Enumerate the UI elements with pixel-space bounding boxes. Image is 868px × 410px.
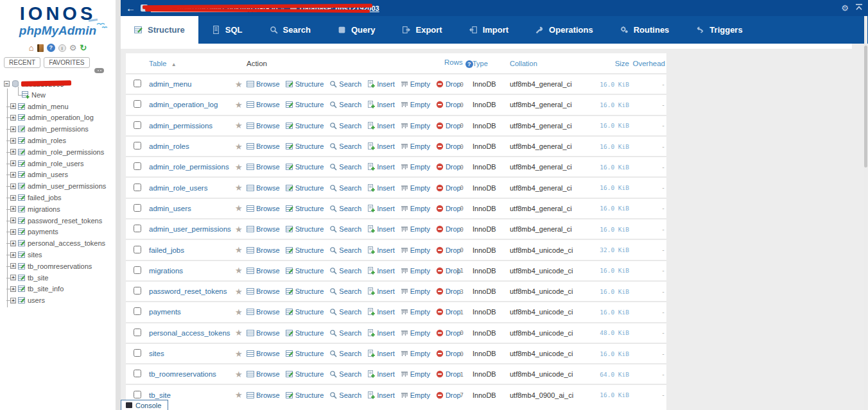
back-arrow-icon[interactable]: ← <box>126 3 135 13</box>
vertical-scrollbar[interactable] <box>864 16 867 410</box>
table-link[interactable]: tb_roomreservations <box>28 262 92 270</box>
insert-link[interactable]: Insert <box>367 205 395 212</box>
table-link[interactable]: migrations <box>28 205 60 213</box>
sidebar-item-personal_access_tokens[interactable]: + personal_access_tokens <box>4 237 114 249</box>
structure-link[interactable]: Structure <box>286 308 324 316</box>
insert-link[interactable]: Insert <box>367 287 395 295</box>
sidebar-item-users[interactable]: + users <box>4 295 114 306</box>
table-name-link[interactable]: payments <box>149 308 235 316</box>
browse-link[interactable]: Browse <box>247 184 280 192</box>
browse-link[interactable]: Browse <box>247 163 280 171</box>
browse-link[interactable]: Browse <box>247 142 280 150</box>
exit-icon[interactable] <box>37 44 44 52</box>
browse-link[interactable]: Browse <box>247 225 280 233</box>
browse-link[interactable]: Browse <box>247 308 280 316</box>
sidebar-item-migrations[interactable]: + migrations <box>4 203 114 215</box>
row-select-checkbox[interactable] <box>134 80 141 87</box>
browse-link[interactable]: Browse <box>247 205 280 212</box>
empty-link[interactable]: Empty <box>401 391 430 399</box>
insert-link[interactable]: Insert <box>367 391 395 399</box>
row-select-checkbox[interactable] <box>134 184 141 191</box>
table-size[interactable]: 16.0 KiB <box>587 81 629 88</box>
search-link[interactable]: Search <box>329 308 361 316</box>
row-select-checkbox[interactable] <box>134 370 141 377</box>
browse-link[interactable]: Browse <box>247 391 280 399</box>
tab-operations[interactable]: Operations <box>522 16 607 44</box>
favorite-star-icon[interactable]: ★ <box>235 287 247 296</box>
empty-link[interactable]: Empty <box>401 205 430 212</box>
insert-link[interactable]: Insert <box>367 142 395 150</box>
favorite-star-icon[interactable]: ★ <box>235 266 247 275</box>
search-link[interactable]: Search <box>329 163 361 171</box>
empty-link[interactable]: Empty <box>401 122 430 130</box>
table-name-link[interactable]: personal_access_tokens <box>149 329 235 337</box>
sort-size-header[interactable]: Size <box>615 60 629 67</box>
favorite-star-icon[interactable]: ★ <box>235 121 247 130</box>
empty-link[interactable]: Empty <box>401 287 430 295</box>
favorite-star-icon[interactable]: ★ <box>235 203 247 213</box>
collapse-top-icon[interactable] <box>855 4 863 12</box>
insert-link[interactable]: Insert <box>367 163 395 171</box>
table-name-link[interactable]: migrations <box>149 267 235 275</box>
table-name-link[interactable]: admin_role_permissions <box>149 163 235 171</box>
structure-link[interactable]: Structure <box>286 101 324 108</box>
search-link[interactable]: Search <box>329 246 361 254</box>
expand-icon[interactable]: + <box>10 195 16 201</box>
favorite-star-icon[interactable]: ★ <box>235 162 247 172</box>
table-name-link[interactable]: sites <box>149 350 235 357</box>
tab-sql[interactable]: SQL <box>198 16 256 44</box>
table-size[interactable]: 16.0 KiB <box>587 205 629 212</box>
search-link[interactable]: Search <box>329 287 361 295</box>
empty-link[interactable]: Empty <box>401 101 430 108</box>
table-name-link[interactable]: failed_jobs <box>149 246 235 254</box>
table-size[interactable]: 16.0 KiB <box>587 288 629 295</box>
expand-icon[interactable]: + <box>10 115 16 121</box>
expand-icon[interactable]: + <box>10 206 16 212</box>
browse-link[interactable]: Browse <box>247 267 280 275</box>
sort-collation-header[interactable]: Collation <box>510 60 537 67</box>
search-link[interactable]: Search <box>329 122 361 130</box>
search-link[interactable]: Search <box>329 142 361 150</box>
sidebar-item-admin_roles[interactable]: + admin_roles <box>4 135 114 146</box>
sidebar-item-admin_users[interactable]: + admin_users <box>4 169 114 181</box>
favorite-star-icon[interactable]: ★ <box>235 328 247 337</box>
help-icon[interactable]: ? <box>47 44 55 52</box>
sidebar-item-payments[interactable]: + payments <box>4 226 114 238</box>
favorites-button[interactable]: FAVORITES <box>44 57 89 68</box>
home-icon[interactable]: ⌂ <box>29 44 34 52</box>
table-name-link[interactable]: admin_role_users <box>149 184 235 192</box>
table-link[interactable]: users <box>28 296 45 304</box>
sidebar-item-new[interactable]: New <box>4 89 114 101</box>
expand-icon[interactable]: + <box>10 184 16 189</box>
browse-link[interactable]: Browse <box>247 370 280 378</box>
table-name-link[interactable]: admin_users <box>149 205 235 212</box>
table-link[interactable]: tb_site <box>28 274 48 282</box>
expand-icon[interactable]: + <box>10 138 16 144</box>
sidebar-item-admin_permissions[interactable]: + admin_permissions <box>4 123 114 135</box>
table-link[interactable]: personal_access_tokens <box>28 239 105 247</box>
table-size[interactable]: 32.0 KiB <box>587 246 629 253</box>
row-select-checkbox[interactable] <box>134 121 141 129</box>
favorite-star-icon[interactable]: ★ <box>235 80 247 89</box>
console-toggle[interactable]: Console <box>121 400 168 410</box>
table-size[interactable]: 48.0 KiB <box>587 329 629 336</box>
table-name-link[interactable]: password_reset_tokens <box>149 287 235 295</box>
search-link[interactable]: Search <box>329 391 361 399</box>
search-link[interactable]: Search <box>329 80 361 88</box>
empty-link[interactable]: Empty <box>401 350 430 357</box>
table-name-link[interactable]: admin_roles <box>149 142 235 150</box>
favorite-star-icon[interactable]: ★ <box>235 183 247 192</box>
favorite-star-icon[interactable]: ★ <box>235 390 247 400</box>
table-name-link[interactable]: admin_menu <box>149 80 235 88</box>
tab-import[interactable]: Import <box>456 16 522 44</box>
sidebar-item-admin_role_users[interactable]: + admin_role_users <box>4 158 114 169</box>
favorite-star-icon[interactable]: ★ <box>235 370 247 379</box>
expand-icon[interactable]: + <box>10 218 16 223</box>
empty-link[interactable]: Empty <box>401 246 430 254</box>
structure-link[interactable]: Structure <box>286 350 324 357</box>
expand-icon[interactable]: + <box>10 126 16 132</box>
expand-icon[interactable]: + <box>10 275 16 280</box>
search-link[interactable]: Search <box>329 370 361 378</box>
row-select-checkbox[interactable] <box>134 204 141 212</box>
row-select-checkbox[interactable] <box>134 329 141 336</box>
